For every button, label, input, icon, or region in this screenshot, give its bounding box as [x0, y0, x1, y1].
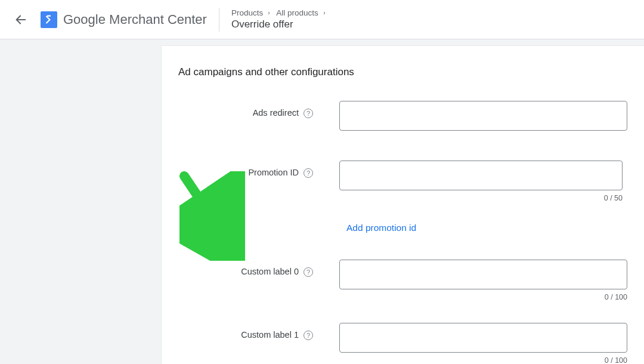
breadcrumb-item[interactable]: Products [231, 8, 263, 17]
ads-redirect-input[interactable] [339, 101, 627, 131]
promotion-id-input[interactable] [339, 161, 623, 190]
help-icon[interactable]: ? [304, 331, 313, 340]
breadcrumb: Products All products [231, 8, 328, 17]
back-button[interactable] [13, 12, 29, 27]
row-ads-redirect: Ads redirect ? [178, 101, 627, 131]
label-custom-label-1: Custom label 1 [241, 330, 299, 340]
label-ads-redirect: Ads redirect [253, 108, 299, 118]
merchant-center-icon [41, 11, 57, 28]
app-title: Google Merchant Center [63, 12, 207, 27]
chevron-right-icon [322, 10, 328, 16]
app-logo: Google Merchant Center [41, 11, 207, 28]
help-icon[interactable]: ? [304, 267, 313, 277]
help-icon[interactable]: ? [304, 109, 313, 118]
row-custom-label-1: Custom label 1 ? 0 / 100 [178, 323, 627, 364]
custom-label-1-counter: 0 / 100 [339, 356, 627, 364]
section-title: Ad campaigns and other configurations [178, 66, 627, 78]
row-promotion-id: Promotion ID ? 0 / 50 [178, 161, 627, 202]
form-panel: Ad campaigns and other configurations Ad… [161, 45, 644, 364]
row-custom-label-0: Custom label 0 ? 0 / 100 [178, 260, 627, 301]
add-promotion-id-link[interactable]: Add promotion id [339, 223, 416, 233]
arrow-left-icon [14, 13, 27, 26]
breadcrumb-item[interactable]: All products [276, 8, 318, 17]
chevron-right-icon [267, 10, 273, 16]
promotion-id-counter: 0 / 50 [339, 194, 623, 202]
page-title: Override offer [231, 18, 328, 30]
svg-rect-1 [47, 15, 51, 16]
divider [219, 8, 219, 32]
label-custom-label-0: Custom label 0 [241, 267, 299, 276]
breadcrumb-region: Products All products Override offer [231, 8, 328, 30]
app-header: Google Merchant Center Products All prod… [0, 0, 644, 39]
custom-label-0-counter: 0 / 100 [339, 293, 627, 301]
custom-label-1-input[interactable] [339, 323, 627, 353]
custom-label-0-input[interactable] [339, 260, 627, 289]
help-icon[interactable]: ? [304, 168, 313, 178]
main-region: Ad campaigns and other configurations Ad… [0, 39, 644, 364]
label-promotion-id: Promotion ID [248, 168, 299, 177]
